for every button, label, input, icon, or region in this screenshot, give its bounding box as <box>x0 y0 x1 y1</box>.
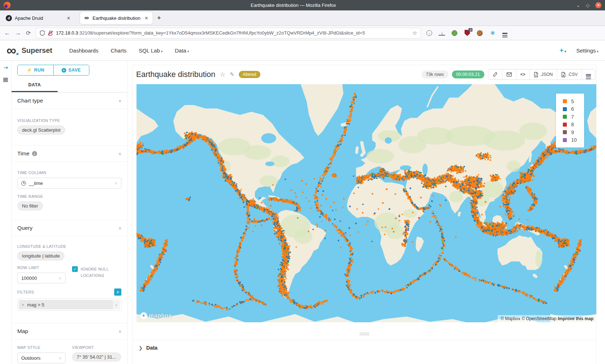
favorite-star-icon[interactable]: ☆ <box>220 70 225 78</box>
tab-data[interactable]: DATA <box>12 79 58 92</box>
superset-favicon: ∞ <box>84 15 90 21</box>
control-panel: ⚡RUN +SAVE DATA Chart type ∧ VISUALIZATI… <box>12 61 127 364</box>
chart-menu-button[interactable] <box>582 69 595 79</box>
email-button[interactable] <box>502 69 516 79</box>
time-range-value[interactable]: No filter <box>17 201 43 210</box>
forward-icon[interactable]: → <box>15 30 21 36</box>
legend-entry: 8 <box>563 121 584 129</box>
privacy-badger-icon[interactable] <box>452 30 457 36</box>
browser-tab-earthquake-distribution[interactable]: ∞ Earthquake distribution ✕ <box>80 12 153 24</box>
map-canvas[interactable] <box>136 84 596 322</box>
reload-icon[interactable]: ⟳ <box>26 29 31 36</box>
viewport-value[interactable]: 7° 35' 54.02" | 31... <box>72 352 121 361</box>
window-maximize-icon[interactable]: ◇ <box>586 3 590 8</box>
chevron-down-icon: ∨ <box>59 276 62 281</box>
viz-type-value[interactable]: deck.gl Scatterplot <box>17 126 65 135</box>
download-icon[interactable]: ↓ <box>439 30 445 36</box>
new-chart-button[interactable]: +▾ <box>560 46 566 54</box>
lonlat-value[interactable]: longitude | latitude <box>17 251 64 260</box>
section-header-query[interactable]: Query ∧ <box>12 220 127 236</box>
chevron-right-icon[interactable]: › <box>113 300 120 309</box>
lightning-icon: ⚡ <box>26 68 32 73</box>
section-query: Query ∧ LONGITUDE & LATITUDE longitude |… <box>12 220 127 323</box>
deckgl-map[interactable]: 5678910 ✴ mapbox © Mapbox © OpenStreetMa… <box>136 84 596 322</box>
dataset-grid-icon[interactable]: ▦ <box>3 76 8 83</box>
tab-close-icon[interactable]: ✕ <box>144 15 149 21</box>
nav-item-charts[interactable]: Charts <box>111 47 126 54</box>
section-header-map[interactable]: Map ∧ <box>12 323 127 340</box>
back-icon[interactable]: ← <box>4 30 10 36</box>
share-link-button[interactable] <box>488 69 502 79</box>
data-results-collapse[interactable]: ❯ Data <box>133 340 596 351</box>
chevron-up-icon: ∧ <box>118 226 121 231</box>
chevron-up-icon: ∧ <box>118 151 121 156</box>
ublock-badge: 2 <box>469 28 472 32</box>
browser-tab-apache-druid[interactable]: d Apache Druid ✕ <box>2 12 75 24</box>
map-style-select[interactable]: Outdoors ∨ <box>17 352 66 363</box>
altered-badge: Altered <box>239 71 260 78</box>
legend-swatch <box>563 123 567 127</box>
legend-label: 10 <box>571 137 577 143</box>
filters-label: FILTERS <box>17 290 34 294</box>
tab-label: Apache Druid <box>15 15 63 21</box>
filter-item[interactable]: × mag > 5 › <box>17 299 121 311</box>
ublock-icon[interactable]: 2 <box>464 30 470 36</box>
expand-dataset-panel-icon[interactable]: ⇥ <box>3 64 8 71</box>
map-attribution: © Mapbox © OpenStreetMap Improve this ma… <box>498 315 596 322</box>
legend-swatch <box>563 107 567 111</box>
run-button[interactable]: ⚡RUN <box>18 65 53 75</box>
remove-filter-icon[interactable]: × <box>22 302 24 308</box>
tab-label: Earthquake distribution <box>93 15 141 21</box>
browser-menu-icon[interactable] <box>502 30 508 36</box>
cookie-icon[interactable] <box>477 30 483 36</box>
file-icon <box>534 72 538 77</box>
caret-down-icon: ▾ <box>161 50 163 53</box>
legend-entry: 10 <box>563 136 584 144</box>
ignore-null-checkbox[interactable]: ✓ <box>72 266 78 272</box>
export-csv-button[interactable]: .CSV <box>557 69 582 79</box>
brand-name: Superset <box>22 46 53 55</box>
window-minimize-icon[interactable]: ⌄ <box>576 3 580 8</box>
map-style-label: MAP STYLE <box>17 345 66 350</box>
resize-handle[interactable] <box>133 333 596 335</box>
pocket-icon[interactable]: ⌄ <box>426 30 432 36</box>
window-close-icon[interactable]: ✕ <box>595 2 601 8</box>
superset-logo[interactable]: ∞. Superset <box>6 46 52 55</box>
superset-navbar: ∞. Superset Dashboards Charts SQL Lab▾ D… <box>0 40 605 61</box>
filter-value: mag > 5 <box>27 302 44 308</box>
section-header-chart-type[interactable]: Chart type ∧ <box>12 93 127 109</box>
chevron-down-icon: ∨ <box>59 356 62 360</box>
legend-label: 8 <box>571 122 574 127</box>
save-button[interactable]: +SAVE <box>53 65 89 75</box>
tab-close-icon[interactable]: ✕ <box>66 15 71 21</box>
time-range-label: TIME RANGE <box>17 194 121 199</box>
new-tab-button[interactable]: + <box>157 14 161 22</box>
multi-account-containers-icon[interactable]: ✳ <box>489 30 496 36</box>
edit-properties-icon[interactable]: ✎ <box>230 71 234 78</box>
url-input[interactable]: 172.18.0.3:32108/superset/explore/?form_… <box>36 28 421 38</box>
bookmark-star-icon[interactable]: ☆ <box>412 30 417 36</box>
info-icon: i <box>32 151 37 156</box>
insecure-lock-icon[interactable] <box>48 30 53 36</box>
section-header-time[interactable]: Timei ∧ <box>12 146 127 162</box>
nav-item-dashboards[interactable]: Dashboards <box>69 47 98 54</box>
add-filter-button[interactable]: + <box>114 288 121 296</box>
nav-item-data[interactable]: Data▾ <box>175 47 189 54</box>
row-limit-select[interactable]: 100000 ∨ <box>17 273 66 283</box>
firefox-logo-icon <box>4 2 10 9</box>
shield-permissions-icon[interactable] <box>40 30 45 36</box>
time-column-select[interactable]: __time ∨ <box>17 178 121 188</box>
file-x-icon <box>561 72 566 77</box>
caret-down-icon: ▾ <box>187 50 189 53</box>
legend-entry: 9 <box>563 128 584 136</box>
nav-item-sql-lab[interactable]: SQL Lab▾ <box>139 47 162 54</box>
legend-swatch <box>563 115 567 119</box>
window-title: Earthquake distribution — Mozilla Firefo… <box>10 3 576 8</box>
settings-menu[interactable]: Settings▾ <box>576 47 599 54</box>
improve-map-link[interactable]: Improve this map <box>558 316 593 321</box>
export-json-button[interactable]: .JSON <box>529 69 557 79</box>
viz-type-label: VISUALIZATION TYPE <box>17 118 121 123</box>
embed-code-button[interactable]: <> <box>516 69 529 79</box>
mapbox-logo[interactable]: ✴ mapbox <box>140 312 172 319</box>
chevron-down-icon: ∨ <box>115 181 117 186</box>
